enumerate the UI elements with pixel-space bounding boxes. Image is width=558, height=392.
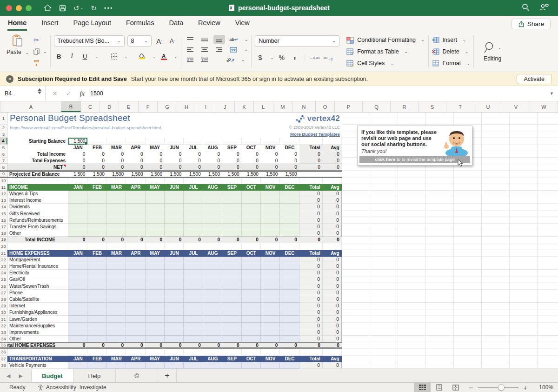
- align-middle-icon[interactable]: [199, 35, 211, 44]
- cell[interactable]: [107, 224, 126, 230]
- menu-tab-home[interactable]: Home: [7, 19, 27, 31]
- cell[interactable]: 0: [146, 343, 165, 347]
- cell[interactable]: [222, 316, 241, 322]
- cell[interactable]: 0: [203, 164, 222, 170]
- row-header-11[interactable]: 11: [0, 184, 7, 191]
- cell[interactable]: [146, 197, 165, 204]
- cell[interactable]: [165, 230, 184, 237]
- italic-button[interactable]: I: [67, 51, 77, 61]
- cell[interactable]: [280, 349, 299, 355]
- cell[interactable]: [165, 329, 184, 336]
- row-header-23[interactable]: 23: [0, 263, 7, 270]
- cell[interactable]: [126, 210, 145, 217]
- cell[interactable]: [126, 243, 145, 250]
- cell[interactable]: [165, 257, 184, 263]
- cell[interactable]: [280, 362, 299, 369]
- cell[interactable]: [126, 303, 145, 309]
- cell[interactable]: [242, 204, 261, 210]
- cell[interactable]: [280, 276, 299, 283]
- cell[interactable]: [280, 224, 299, 230]
- font-color-button[interactable]: A: [159, 51, 169, 61]
- home-icon[interactable]: [44, 4, 52, 12]
- cell[interactable]: [280, 191, 299, 197]
- cell[interactable]: [242, 138, 261, 144]
- cell[interactable]: [299, 243, 323, 250]
- cell[interactable]: [107, 178, 126, 184]
- cell[interactable]: [87, 270, 106, 276]
- cell-styles-button[interactable]: Cell Styles⌄: [346, 58, 425, 69]
- cell[interactable]: [68, 270, 87, 276]
- cell[interactable]: [299, 138, 323, 144]
- cell[interactable]: 0: [126, 164, 145, 170]
- select-all-corner[interactable]: [0, 101, 0, 112]
- more-toolbar-options-icon[interactable]: •••: [104, 5, 113, 11]
- sheet-tab-budget[interactable]: Budget: [31, 369, 73, 382]
- cell[interactable]: 0: [184, 343, 203, 347]
- cell[interactable]: [242, 191, 261, 197]
- cell[interactable]: 0: [242, 158, 261, 164]
- row-header-35[interactable]: 35: [0, 343, 7, 347]
- cell[interactable]: 0: [87, 151, 106, 158]
- cell[interactable]: [222, 296, 241, 303]
- sheet-tab-help[interactable]: Help: [73, 369, 116, 382]
- cell[interactable]: 0: [299, 263, 323, 270]
- cell[interactable]: 0: [203, 151, 222, 158]
- cell[interactable]: [203, 316, 222, 322]
- cell[interactable]: 0: [323, 283, 342, 290]
- cell[interactable]: [261, 296, 280, 303]
- cell[interactable]: [87, 329, 106, 336]
- row-header-10[interactable]: 10: [0, 178, 7, 184]
- cell[interactable]: 0: [323, 343, 342, 347]
- cell[interactable]: [242, 336, 261, 342]
- font-name-select[interactable]: Trebuchet MS (Bo...⌄: [54, 35, 125, 47]
- cell[interactable]: 0: [87, 237, 106, 242]
- cell[interactable]: [146, 257, 165, 263]
- align-right-icon[interactable]: [213, 45, 225, 54]
- column-header-c[interactable]: C: [81, 101, 100, 112]
- cell[interactable]: 0: [68, 158, 87, 164]
- cell[interactable]: 0: [203, 343, 222, 347]
- row-header-14[interactable]: 14: [0, 204, 7, 210]
- cell[interactable]: [222, 257, 241, 263]
- row-header-32[interactable]: 32: [0, 323, 7, 329]
- cell[interactable]: [68, 178, 87, 184]
- cell[interactable]: 0: [146, 151, 165, 158]
- cell[interactable]: 0: [68, 164, 87, 170]
- cell[interactable]: 0: [203, 158, 222, 164]
- cell[interactable]: [280, 316, 299, 322]
- cell[interactable]: [222, 283, 241, 290]
- cell[interactable]: [68, 263, 87, 270]
- column-header-o[interactable]: O: [316, 101, 335, 112]
- cell[interactable]: [7, 145, 68, 151]
- cell[interactable]: [203, 197, 222, 204]
- format-painter-button[interactable]: [33, 59, 47, 68]
- cell[interactable]: [165, 178, 184, 184]
- cell[interactable]: 1,500: [146, 172, 165, 176]
- cell[interactable]: [261, 323, 280, 329]
- cell[interactable]: 0: [323, 270, 342, 276]
- column-header-h[interactable]: H: [177, 101, 196, 112]
- cell[interactable]: [203, 290, 222, 296]
- save-icon[interactable]: [59, 5, 66, 12]
- cell[interactable]: 0: [222, 164, 241, 170]
- cell[interactable]: [107, 309, 126, 316]
- cell[interactable]: 0: [280, 237, 299, 242]
- cell[interactable]: [126, 191, 145, 197]
- cell[interactable]: [126, 263, 145, 270]
- cell[interactable]: [242, 197, 261, 204]
- cell[interactable]: [146, 336, 165, 342]
- cell[interactable]: [126, 178, 145, 184]
- decrease-font-size-button[interactable]: Aˇ: [167, 36, 178, 46]
- cell[interactable]: [165, 323, 184, 329]
- cell[interactable]: [222, 276, 241, 283]
- cell[interactable]: [107, 276, 126, 283]
- cell[interactable]: [203, 210, 222, 217]
- cell[interactable]: [87, 296, 106, 303]
- row-header-26[interactable]: 26: [0, 283, 7, 290]
- column-header-i[interactable]: I: [196, 101, 215, 112]
- zoom-slider[interactable]: [478, 387, 518, 388]
- cell[interactable]: [165, 349, 184, 355]
- cell[interactable]: [68, 283, 87, 290]
- cell[interactable]: 0: [261, 343, 280, 347]
- cell[interactable]: 0: [299, 323, 323, 329]
